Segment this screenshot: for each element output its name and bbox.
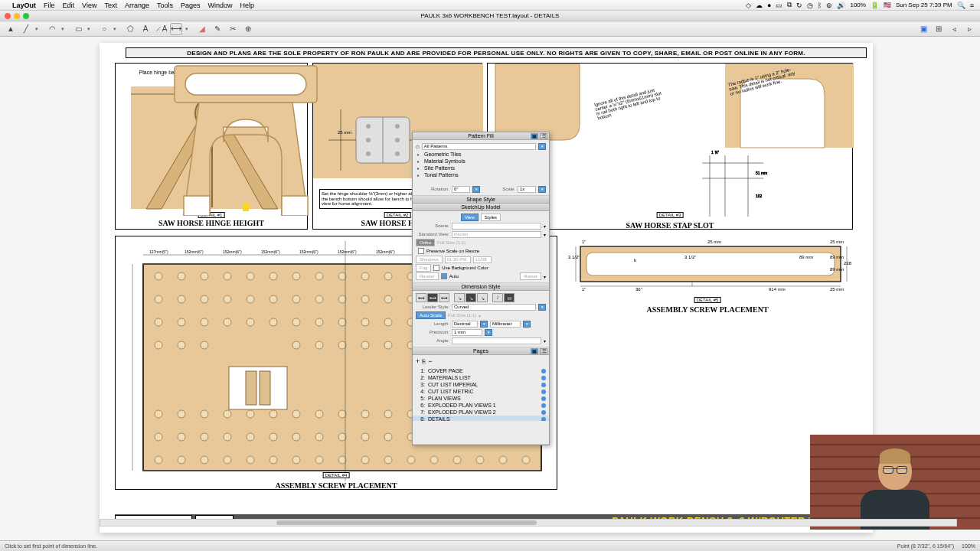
pages-thumb[interactable]: ▦	[531, 348, 538, 354]
dropbox-icon[interactable]: ◇	[746, 2, 751, 9]
text-tool[interactable]: A	[139, 23, 152, 35]
wifi-icon[interactable]: ⊚	[826, 2, 832, 9]
status-zoom[interactable]: 100%	[962, 543, 975, 549]
next-page-button[interactable]: ▹	[963, 23, 975, 35]
present-button[interactable]: ▣	[917, 23, 929, 35]
zoom-button[interactable]	[23, 13, 29, 19]
circle-tool[interactable]: ○	[98, 23, 110, 35]
minimize-button[interactable]	[14, 13, 20, 19]
creative-cloud-icon[interactable]: ☁	[756, 2, 763, 9]
page-row[interactable]: 8:DETAILS	[413, 416, 549, 421]
bluetooth-icon[interactable]: ᛒ	[818, 2, 822, 9]
dim-gap[interactable]: ⊟	[504, 293, 514, 302]
length-format[interactable]: Decimal	[452, 321, 478, 328]
notifications-icon[interactable]: ≡	[970, 2, 974, 9]
stdview-select[interactable]: (None)	[452, 231, 541, 238]
scrollbar-thumb[interactable]	[276, 520, 537, 525]
menu-edit[interactable]: Edit	[63, 2, 75, 9]
shadow-time[interactable]: 01:30 PM	[445, 256, 471, 263]
scale-input[interactable]: 1x	[518, 186, 536, 193]
length-unit[interactable]: Millimeter	[490, 321, 521, 328]
dimension-style-header[interactable]: Dimension Style	[413, 283, 549, 291]
menu-window[interactable]: Window	[208, 2, 233, 9]
dim-above[interactable]: ⟷	[416, 293, 426, 302]
join-tool[interactable]: ⊕	[242, 23, 254, 35]
menu-app[interactable]: LayOut	[12, 2, 36, 9]
fog-button[interactable]: Fog	[416, 264, 431, 272]
menu-arrange[interactable]: Arrange	[125, 2, 149, 9]
shape-style-header[interactable]: Shape Style	[413, 196, 549, 204]
precision-select[interactable]: 1 mm	[452, 329, 482, 336]
shadows-button[interactable]: Shadows	[416, 256, 443, 263]
sync-icon[interactable]: ↻	[796, 2, 802, 9]
render-button[interactable]: Render	[416, 272, 439, 280]
remove-page[interactable]: −	[428, 357, 432, 365]
spotlight-icon[interactable]: 🔍	[957, 2, 965, 9]
page-row[interactable]: 1:COVER PAGE	[413, 367, 549, 374]
bg-color-check[interactable]	[433, 265, 439, 271]
folder-geometric[interactable]: ▸Geometric Tiles	[416, 151, 546, 158]
precision-dd[interactable]: ▾	[485, 329, 492, 336]
pattern-toggle[interactable]: ▦	[531, 133, 538, 139]
page-row[interactable]: 2:MATERIALS LIST	[413, 374, 549, 381]
raster-button[interactable]: Raster	[520, 272, 541, 280]
dim-center[interactable]: ⟷	[427, 293, 438, 302]
ortho-button[interactable]: Ortho	[416, 239, 435, 246]
add-page-button[interactable]: ⊞	[933, 23, 945, 35]
page-row[interactable]: 6:EXPLODED PLAN VIEWS 1	[413, 402, 549, 409]
style-tool[interactable]: ✎	[211, 23, 224, 35]
view-tab[interactable]: View	[461, 214, 479, 221]
add-page[interactable]: +	[416, 357, 420, 365]
inspector-palette[interactable]: Pattern Fill ▦☰ ⌂ All Patterns ▾ ▸Geomet…	[412, 132, 550, 445]
split-tool[interactable]: ✂	[227, 23, 239, 35]
autoscale-button[interactable]: Auto Scale	[416, 311, 446, 319]
evernote-icon[interactable]: ●	[767, 2, 771, 9]
folder-site[interactable]: ▸Site Patterns	[416, 165, 546, 171]
dim-arrow3[interactable]: ↘	[477, 293, 488, 302]
page-row[interactable]: 7:EXPLODED PLAN VIEWS 2	[413, 409, 549, 416]
dim-arrow2[interactable]: ↘	[466, 293, 476, 302]
sketchup-model-header[interactable]: SketchUp Model	[413, 204, 549, 211]
menu-help[interactable]: Help	[240, 2, 255, 9]
rect-tool[interactable]: ▭	[72, 23, 84, 35]
pattern-list[interactable]: ☰	[540, 133, 547, 139]
pattern-path-dd[interactable]: ▾	[538, 143, 546, 150]
eraser-tool[interactable]: ◢	[196, 23, 208, 35]
rotation-dd[interactable]: ▾	[472, 186, 480, 193]
canvas-area[interactable]: DESIGN AND PLANS ARE THE SOLE PROPERTY O…	[0, 37, 980, 540]
battery-status[interactable]: 100%	[850, 2, 865, 8]
shadow-date[interactable]: 11/08	[473, 256, 492, 263]
auto-render-check[interactable]	[441, 273, 447, 279]
leader-select[interactable]: Curved	[452, 304, 536, 311]
menu-file[interactable]: File	[44, 2, 55, 9]
menu-view[interactable]: View	[82, 2, 96, 9]
battery-icon[interactable]: 🔋	[871, 2, 879, 9]
angle-input[interactable]	[452, 337, 541, 344]
volume-icon[interactable]: 🔊	[837, 2, 845, 9]
home-icon[interactable]: ⌂	[416, 143, 420, 150]
polygon-tool[interactable]: ⬠	[124, 23, 136, 35]
prev-page-button[interactable]: ◃	[948, 23, 960, 35]
pages-list[interactable]: ☰	[540, 348, 547, 354]
pattern-fill-header[interactable]: Pattern Fill ▦☰	[413, 132, 549, 140]
page-row[interactable]: 4:CUT LIST METRIC	[413, 388, 549, 395]
pattern-path[interactable]: All Patterns	[422, 143, 536, 150]
line-tool[interactable]: ╱	[20, 23, 32, 35]
page-row[interactable]: 3:CUT LIST IMPERIAL	[413, 381, 549, 388]
screenshare-icon[interactable]: ⧉	[787, 1, 792, 9]
label-tool[interactable]: ⟋A	[155, 23, 167, 35]
input-flag[interactable]: 🇺🇸	[884, 2, 891, 8]
close-button[interactable]	[5, 13, 11, 19]
select-tool[interactable]: ▲	[5, 23, 17, 35]
display-icon[interactable]: ▭	[776, 2, 782, 9]
leader-dd[interactable]: ▾	[538, 304, 546, 311]
dimension-tool[interactable]: ⟷	[170, 23, 182, 35]
unit-dd[interactable]: ▾	[523, 321, 531, 328]
rotation-input[interactable]: 0°	[452, 186, 470, 193]
dim-below[interactable]: ⟷	[439, 293, 449, 302]
horizontal-scrollbar[interactable]	[100, 519, 957, 527]
clock[interactable]: Sun Sep 25 7:39 PM	[896, 2, 952, 8]
page-row[interactable]: 5:PLAN VIEWS	[413, 395, 549, 402]
styles-tab[interactable]: Styles	[481, 214, 501, 221]
scene-select[interactable]	[452, 223, 541, 230]
